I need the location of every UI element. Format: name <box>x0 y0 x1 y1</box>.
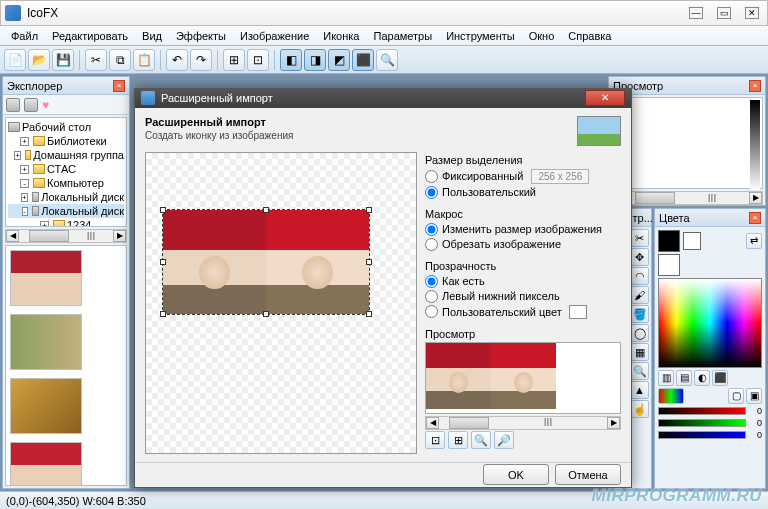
mode-b-icon[interactable]: ▣ <box>746 388 762 404</box>
actual-button[interactable]: ⊞ <box>448 431 468 449</box>
menu-edit[interactable]: Редактировать <box>45 28 135 44</box>
tool-g-button[interactable]: 🔍 <box>376 49 398 71</box>
lasso-tool[interactable]: ◠ <box>631 267 649 285</box>
tool-b-button[interactable]: ⊡ <box>247 49 269 71</box>
import-canvas[interactable] <box>145 152 417 454</box>
palette-a-icon[interactable]: ▥ <box>658 370 674 386</box>
copy-button[interactable]: ⧉ <box>109 49 131 71</box>
fit-button[interactable]: ⊡ <box>425 431 445 449</box>
tool-f-button[interactable]: ⬛ <box>352 49 374 71</box>
scroll-thumb[interactable] <box>29 230 69 242</box>
explorer-close-icon[interactable]: × <box>113 80 125 92</box>
b-slider[interactable] <box>658 431 746 439</box>
drive2-icon[interactable] <box>24 98 38 112</box>
menu-file[interactable]: Файл <box>4 28 45 44</box>
zoom-tool[interactable]: 🔍 <box>631 362 649 380</box>
palette-c-icon[interactable]: ◐ <box>694 370 710 386</box>
fill-tool[interactable]: 🪣 <box>631 305 649 323</box>
size-dropdown[interactable]: 256 x 256 <box>531 169 589 184</box>
move-tool[interactable]: ✥ <box>631 248 649 266</box>
ellipse-tool[interactable]: ◯ <box>631 324 649 342</box>
dialog-close-button[interactable]: ✕ <box>585 90 625 106</box>
swap-colors-icon[interactable]: ⇄ <box>746 233 762 249</box>
mode-a-icon[interactable]: ▢ <box>728 388 744 404</box>
menu-params[interactable]: Параметры <box>366 28 439 44</box>
dialog-titlebar[interactable]: Расширенный импорт ✕ <box>135 89 631 108</box>
menu-tools[interactable]: Инструменты <box>439 28 522 44</box>
custcolor-radio[interactable] <box>425 305 438 318</box>
scroll-right-icon[interactable]: ▶ <box>113 230 126 242</box>
selection-box[interactable] <box>162 209 370 315</box>
tree-item[interactable]: +1234 <box>8 218 124 227</box>
menu-window[interactable]: Окно <box>522 28 562 44</box>
tool-d-button[interactable]: ◨ <box>304 49 326 71</box>
thumbnail[interactable] <box>10 378 82 434</box>
redo-button[interactable]: ↷ <box>190 49 212 71</box>
scroll-left-icon[interactable]: ◀ <box>6 230 19 242</box>
ok-button[interactable]: OK <box>483 464 549 485</box>
fg2-swatch[interactable] <box>658 254 680 276</box>
preview-close-icon[interactable]: × <box>749 80 761 92</box>
tool-e-button[interactable]: ◩ <box>328 49 350 71</box>
scroll-right-icon[interactable]: ▶ <box>607 417 620 429</box>
rgb-icon[interactable] <box>658 388 684 404</box>
asis-radio[interactable] <box>425 275 438 288</box>
fg-swatch[interactable] <box>658 230 680 252</box>
crop-tool[interactable]: ✂ <box>631 229 649 247</box>
menu-icon[interactable]: Иконка <box>316 28 366 44</box>
tool-c-button[interactable]: ◧ <box>280 49 302 71</box>
tree-item[interactable]: -Локальный диск <box>8 204 124 218</box>
palette-b-icon[interactable]: ▤ <box>676 370 692 386</box>
new-button[interactable]: 📄 <box>4 49 26 71</box>
tree-root[interactable]: Рабочий стол <box>8 120 124 134</box>
brush-tool[interactable]: 🖌 <box>631 286 649 304</box>
thumbnail[interactable] <box>10 314 82 370</box>
zoomout-button[interactable]: 🔎 <box>494 431 514 449</box>
palette-d-icon[interactable]: ⬛ <box>712 370 728 386</box>
undo-button[interactable]: ↶ <box>166 49 188 71</box>
scroll-right-icon[interactable]: ▶ <box>749 192 762 204</box>
menu-help[interactable]: Справка <box>561 28 618 44</box>
resize-radio[interactable] <box>425 223 438 236</box>
thumbnail-list[interactable] <box>5 245 127 486</box>
bg-swatch[interactable] <box>683 232 701 250</box>
cancel-button[interactable]: Отмена <box>555 464 621 485</box>
tree-item[interactable]: +СТАС <box>8 162 124 176</box>
tree-item[interactable]: +Локальный диск <box>8 190 124 204</box>
menu-image[interactable]: Изображение <box>233 28 316 44</box>
smudge-tool[interactable]: ☝ <box>631 400 649 418</box>
scroll-thumb[interactable] <box>449 417 489 429</box>
menu-effects[interactable]: Эффекты <box>169 28 233 44</box>
sharpen-tool[interactable]: ▲ <box>631 381 649 399</box>
favorite-icon[interactable]: ♥ <box>42 98 56 112</box>
folder-tree[interactable]: Рабочий стол +Библиотеки+Домашняя группа… <box>5 117 127 227</box>
close-button[interactable]: ✕ <box>745 7 759 19</box>
custom-radio[interactable] <box>425 186 438 199</box>
zoomin-button[interactable]: 🔍 <box>471 431 491 449</box>
g-slider[interactable] <box>658 419 746 427</box>
tree-item[interactable]: +Библиотеки <box>8 134 124 148</box>
thumbnail[interactable] <box>10 250 82 306</box>
tree-item[interactable]: +Домашняя группа <box>8 148 124 162</box>
tree-hscroll[interactable]: ◀ III ▶ <box>5 229 127 243</box>
custom-color-box[interactable] <box>569 305 587 319</box>
thumbnail[interactable] <box>10 442 82 486</box>
color-palette[interactable] <box>658 278 762 368</box>
preview-hscroll[interactable]: ◀ III ▶ <box>425 416 621 430</box>
r-slider[interactable] <box>658 407 746 415</box>
maximize-button[interactable]: ▭ <box>717 7 731 19</box>
minimize-button[interactable]: — <box>689 7 703 19</box>
bl-radio[interactable] <box>425 290 438 303</box>
paste-button[interactable]: 📋 <box>133 49 155 71</box>
tool-a-button[interactable]: ⊞ <box>223 49 245 71</box>
drive-icon[interactable] <box>6 98 20 112</box>
menu-view[interactable]: Вид <box>135 28 169 44</box>
cut-button[interactable]: ✂ <box>85 49 107 71</box>
save-button[interactable]: 💾 <box>52 49 74 71</box>
scroll-left-icon[interactable]: ◀ <box>426 417 439 429</box>
preview-hscroll[interactable]: ◀ III ▶ <box>611 191 763 205</box>
tree-item[interactable]: -Компьютер <box>8 176 124 190</box>
open-button[interactable]: 📂 <box>28 49 50 71</box>
crop-radio[interactable] <box>425 238 438 251</box>
colors-close-icon[interactable]: × <box>749 212 761 224</box>
